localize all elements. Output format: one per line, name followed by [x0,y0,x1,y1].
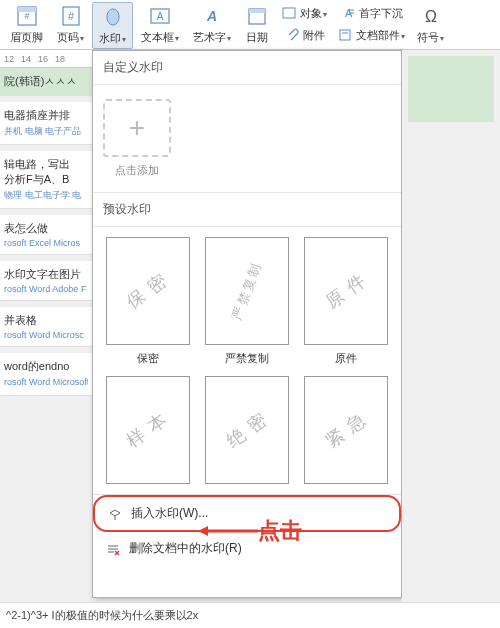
add-watermark-label: 点击添加 [103,163,171,178]
svg-rect-14 [340,30,350,40]
remove-watermark-icon [105,541,121,557]
remove-watermark-item[interactable]: 删除文档中的水印(R) [93,532,401,565]
header-footer-button[interactable]: # 眉页脚 [4,2,49,47]
list-item[interactable]: 水印文字在图片rosoft Word Adobe F [0,261,92,301]
preset-confidential[interactable]: 保 密保密 [103,237,192,366]
footer-text: ^2-1)^3+ I的极值的时候为什么要乘以2x [0,602,500,628]
watermark-label: 水印▾ [99,31,126,46]
preset-urgent[interactable]: 紧 急 [302,376,391,484]
dropcap-button[interactable]: A 首字下沉 [333,2,409,24]
doc-background: 院(韩语)ㅅㅅㅅ 电器插座并排并机 电脑 电子产品 辑电路，写出分析F与A、B物… [0,68,92,628]
page-number-label: 页码▾ [57,30,84,45]
omega-icon: Ω [419,4,443,28]
custom-watermark-header: 自定义水印 [93,51,401,85]
textbox-label: 文本框▾ [141,30,179,45]
svg-rect-9 [249,9,265,13]
header-footer-icon: # [15,4,39,28]
svg-rect-10 [283,8,295,18]
dropcap-icon: A [340,5,356,21]
remove-watermark-label: 删除文档中的水印(R) [129,540,242,557]
preset-topsecret[interactable]: 绝 密 [202,376,291,484]
watermark-icon [101,5,125,29]
wordart-icon: A [200,4,224,28]
insert-watermark-item[interactable]: 插入水印(W)... [93,495,401,532]
svg-text:#: # [67,10,74,22]
list-item[interactable]: word的endnorosoft Word Microsoft Office 办… [0,353,92,396]
preset-grid: 保 密保密 严禁复制严禁复制 原 件原件 样 本 绝 密 紧 急 [93,227,401,494]
attachment-button[interactable]: 附件 [277,24,331,46]
list-item[interactable]: 院(韩语)ㅅㅅㅅ [0,68,92,96]
list-item[interactable]: 电器插座并排并机 电脑 电子产品 [0,102,92,145]
header-footer-label: 眉页脚 [10,30,43,45]
ribbon-toolbar: # 眉页脚 # 页码▾ 水印▾ A 文本框▾ A 艺术字▾ 日期 对象▾ 附件 … [0,0,500,50]
docparts-button[interactable]: 文档部件▾ [333,24,409,46]
wordart-label: 艺术字▾ [193,30,231,45]
preset-sample[interactable]: 样 本 [103,376,192,484]
calendar-icon [245,4,269,28]
svg-text:A: A [157,11,164,22]
docparts-icon [337,27,353,43]
preset-original[interactable]: 原 件原件 [302,237,391,366]
insert-watermark-label: 插入水印(W)... [131,505,208,522]
preset-watermark-header: 预设水印 [93,192,401,227]
date-label: 日期 [246,30,268,45]
watermark-button[interactable]: 水印▾ [92,2,133,49]
object-button[interactable]: 对象▾ [277,2,331,24]
svg-text:A: A [206,8,217,24]
dropdown-footer: 插入水印(W)... 删除文档中的水印(R) [93,494,401,565]
symbol-button[interactable]: Ω 符号▾ [411,2,450,47]
watermark-dropdown: 自定义水印 + 点击添加 预设水印 保 密保密 严禁复制严禁复制 原 件原件 样… [92,50,402,598]
paperclip-icon [284,27,300,43]
wordart-button[interactable]: A 艺术字▾ [187,2,237,47]
plus-icon: + [129,112,145,144]
add-watermark-button[interactable]: + [103,99,171,157]
list-item[interactable]: 并表格rosoft Word Microsc [0,307,92,347]
page-number-button[interactable]: # 页码▾ [51,2,90,47]
insert-watermark-icon [107,506,123,522]
list-item[interactable]: 表怎么做rosoft Excel Micros [0,215,92,255]
object-icon [281,5,297,21]
custom-watermark-section: + 点击添加 [93,85,401,192]
list-item[interactable]: 辑电路，写出分析F与A、B物理 电工电子学 电 [0,151,92,209]
right-panel [402,50,500,628]
textbox-button[interactable]: A 文本框▾ [135,2,185,47]
svg-text:#: # [24,11,29,21]
preset-nocopy[interactable]: 严禁复制严禁复制 [202,237,291,366]
textbox-icon: A [148,4,172,28]
svg-text:Ω: Ω [425,8,437,25]
page-number-icon: # [59,4,83,28]
date-button[interactable]: 日期 [239,2,275,47]
